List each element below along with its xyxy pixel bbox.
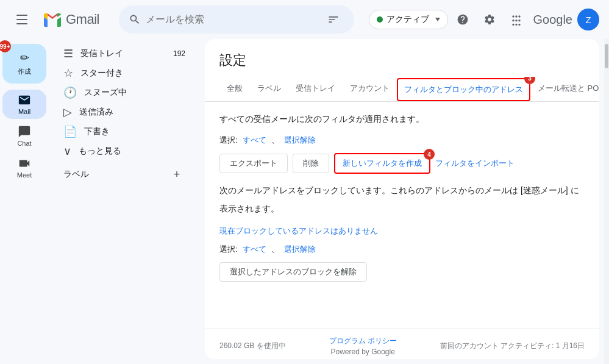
select-label: 選択: <box>219 135 238 146</box>
compose-button[interactable]: 99+ ✏ 作成 <box>2 44 46 84</box>
settings-tabs: 全般 ラベル 受信トレイ アカウント フィルタとブロック中のアドレス 3 メール… <box>205 77 599 102</box>
nav-sent[interactable]: ▷ 送信済み <box>49 102 195 122</box>
search-icon <box>129 13 141 26</box>
select-all-link[interactable]: すべて <box>243 135 266 146</box>
expand-icon: ∨ <box>63 145 71 158</box>
settings-title: 設定 <box>205 39 599 77</box>
mail-icon <box>18 93 31 107</box>
apps-button[interactable] <box>504 7 529 32</box>
deselect-link[interactable]: 選択解除 <box>284 135 316 146</box>
nav-more[interactable]: ∨ もっと見る <box>49 141 195 161</box>
status-button[interactable]: アクティブ <box>369 10 448 29</box>
sidebar-item-meet[interactable]: Meet <box>2 153 46 182</box>
sent-icon: ▷ <box>63 105 72 119</box>
topbar: Gmail アクティブ Google <box>0 0 609 39</box>
content-area: 設定 全般 ラベル 受信トレイ アカウント フィルタとブロック中のアドレス 3 … <box>205 39 599 359</box>
nav-starred-label: スター付き <box>80 68 123 79</box>
tab-accounts[interactable]: アカウント <box>343 77 397 102</box>
block-comma: 、 <box>271 244 279 255</box>
help-button[interactable] <box>451 7 475 32</box>
block-select-row: 選択: すべて 、 選択解除 <box>219 244 585 255</box>
footer-activity: 前回のアカウント アクティビティ: 1 月16日 <box>440 341 585 351</box>
sidebar-item-mail[interactable]: Mail <box>2 90 46 119</box>
tab-labels[interactable]: ラベル <box>250 77 288 102</box>
nav-more-label: もっと見る <box>79 146 121 157</box>
meet-icon <box>18 157 31 170</box>
nav-panel: ☰ 受信トレイ 192 ☆ スター付き 🕐 スヌーズ中 ▷ 送信済み 📄 下書き… <box>49 39 205 364</box>
export-button[interactable]: エクスポート <box>219 154 288 173</box>
scrollbar[interactable] <box>604 39 609 364</box>
nav-sent-label: 送信済み <box>79 107 113 118</box>
labels-title: ラベル <box>63 169 89 180</box>
new-filter-button[interactable]: 新しいフィルタを作成 4 <box>334 153 430 174</box>
scrollbar-thumb[interactable] <box>605 44 608 68</box>
compose-icon: ✏ <box>20 51 29 65</box>
nav-drafts-label: 下書き <box>84 126 110 137</box>
new-filter-label: 新しいフィルタを作成 <box>343 158 422 169</box>
search-input[interactable] <box>146 14 318 25</box>
settings-button[interactable] <box>477 7 502 32</box>
sidebar-item-mail-label: Mail <box>18 108 30 115</box>
no-block-text: 現在ブロックしているアドレスはありません <box>219 226 585 237</box>
filter-btn-row: エクスポート 削除 新しいフィルタを作成 4 フィルタをインポート <box>219 153 585 174</box>
nav-snoozed[interactable]: 🕐 スヌーズ中 <box>49 83 195 102</box>
tab-filters[interactable]: フィルタとブロック中のアドレス 3 <box>397 78 530 101</box>
sidebar-item-meet-label: Meet <box>17 171 32 179</box>
status-label: アクティブ <box>386 14 429 25</box>
avatar[interactable]: Z <box>577 9 599 30</box>
new-filter-badge: 4 <box>424 149 435 160</box>
filter-section-title: すべての受信メールに次のフィルタが適用されます。 <box>219 114 585 125</box>
nav-drafts[interactable]: 📄 下書き <box>49 122 195 141</box>
chevron-down-icon <box>435 18 440 21</box>
star-icon: ☆ <box>63 66 73 80</box>
block-desc-2: 表示されます。 <box>219 202 585 215</box>
inbox-icon: ☰ <box>63 47 73 60</box>
drafts-icon: 📄 <box>63 125 77 138</box>
tab-inbox[interactable]: 受信トレイ <box>288 77 343 102</box>
gmail-m-icon <box>41 9 63 30</box>
footer: 260.02 GB を使用中 プログラム ポリシー Powered by Goo… <box>205 328 599 359</box>
filter-select-row: 選択: すべて 、 選択解除 <box>219 135 585 146</box>
tab-filters-label: フィルタとブロック中のアドレス <box>404 85 523 94</box>
labels-header: ラベル + <box>49 161 195 185</box>
nav-inbox-label: 受信トレイ <box>80 48 123 59</box>
nav-inbox-badge: 192 <box>173 49 185 58</box>
status-dot <box>377 16 383 23</box>
search-options-button[interactable] <box>322 9 344 30</box>
footer-storage: 260.02 GB を使用中 <box>219 341 286 351</box>
unblock-button[interactable]: 選択したアドレスのブロックを解除 <box>219 262 367 282</box>
sidebar-item-chat-label: Chat <box>17 140 31 147</box>
footer-center: プログラム ポリシー Powered by Google <box>329 336 397 356</box>
gmail-logo-text: Gmail <box>66 12 99 27</box>
nav-starred[interactable]: ☆ スター付き <box>49 63 195 83</box>
compose-label: 作成 <box>18 67 31 76</box>
add-label-button[interactable]: + <box>168 166 185 183</box>
unblock-btn-row: 選択したアドレスのブロックを解除 <box>219 262 585 282</box>
compose-badge-99: 99+ <box>0 40 11 52</box>
google-text: Google <box>533 13 573 27</box>
nav-snoozed-label: スヌーズ中 <box>84 87 127 98</box>
snooze-icon: 🕐 <box>63 86 77 99</box>
tab-forwarding[interactable]: メール転送と POP/IMAP <box>530 77 599 102</box>
import-filter-link[interactable]: フィルタをインポート <box>435 158 515 169</box>
block-section: 次のメールアドレスをブロックしています。これらのアドレスからのメールは [迷惑メ… <box>219 184 585 282</box>
chat-icon <box>18 125 31 138</box>
tab-general[interactable]: 全般 <box>219 77 250 102</box>
search-bar <box>119 5 354 34</box>
topbar-right: アクティブ Google Z <box>369 7 600 32</box>
block-deselect-link[interactable]: 選択解除 <box>284 244 316 255</box>
footer-policy-link[interactable]: プログラム ポリシー <box>329 336 397 346</box>
sidebar-item-chat[interactable]: Chat <box>2 121 46 151</box>
block-desc-1: 次のメールアドレスをブロックしています。これらのアドレスからのメールは [迷惑メ… <box>219 184 585 197</box>
nav-inbox[interactable]: ☰ 受信トレイ 192 <box>49 44 195 63</box>
select-comma: 、 <box>271 135 279 146</box>
gmail-logo[interactable]: Gmail <box>41 9 99 30</box>
delete-button[interactable]: 削除 <box>293 154 329 173</box>
block-select-all-link[interactable]: すべて <box>243 244 266 255</box>
block-select-label: 選択: <box>219 244 238 255</box>
menu-button[interactable] <box>10 7 34 32</box>
sidebar: 99+ ✏ 作成 Mail Chat Meet <box>0 39 49 364</box>
settings-content: すべての受信メールに次のフィルタが適用されます。 選択: すべて 、 選択解除 … <box>205 102 599 304</box>
footer-powered: Powered by Google <box>330 348 394 356</box>
